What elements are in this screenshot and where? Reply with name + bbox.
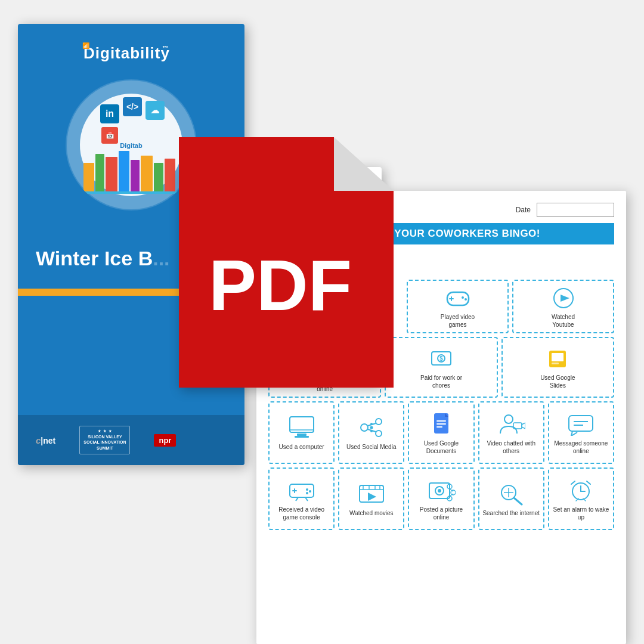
svg-point-47 [370, 423, 373, 425]
booklet-logo: Digitability 📶 ™ [36, 42, 227, 67]
svg-text:Digitab: Digitab [120, 142, 143, 149]
svg-line-90 [587, 481, 590, 484]
svg-rect-7 [106, 157, 117, 193]
bingo-cell-computer[interactable]: Used a computer [268, 401, 335, 464]
movies-icon [357, 482, 386, 506]
bingo-cell-photo[interactable]: Posted a picture online [408, 467, 474, 530]
bingo-cell-alarm[interactable]: Set an alarm to wake up [548, 467, 614, 530]
svg-point-41 [361, 424, 368, 431]
bingo-cell-watched-youtube[interactable]: WatchedYoutube [512, 280, 614, 333]
slides-icon [543, 347, 572, 371]
svg-point-53 [504, 415, 513, 423]
svg-line-83 [514, 498, 522, 504]
social-media-icon [357, 416, 386, 439]
bingo-cell-video-chat[interactable]: Video chatted with others [478, 401, 544, 464]
cell-label-photo: Posted a picture online [411, 506, 470, 521]
svg-point-76 [438, 489, 441, 493]
svg-rect-8 [119, 151, 129, 193]
svg-text:in: in [106, 109, 114, 119]
svg-rect-6 [95, 154, 104, 193]
console-icon [287, 478, 316, 502]
svg-point-27 [465, 298, 467, 301]
svg-point-43 [376, 431, 382, 436]
npr-logo: npr [154, 434, 176, 447]
cell-label-computer: Used a computer [279, 443, 324, 451]
svg-rect-9 [131, 160, 140, 193]
svg-rect-35 [552, 353, 564, 361]
svg-text:$: $ [439, 355, 443, 362]
bingo-cell-message[interactable]: Messaged someone online [548, 401, 614, 464]
svg-point-48 [370, 430, 373, 432]
svg-text:📅: 📅 [106, 131, 114, 140]
cell-label-message: Messaged someone online [552, 439, 611, 455]
svg-marker-73 [368, 493, 376, 501]
cell-label-google-slides: Used GoogleSlides [540, 374, 575, 389]
svg-line-89 [571, 481, 575, 484]
svg-rect-51 [436, 423, 446, 425]
cell-label-paid-work: Paid for work orchores [420, 374, 462, 389]
cell-label-google-docs: Used Google Documents [411, 439, 470, 455]
svg-rect-36 [552, 363, 559, 364]
photo-icon [427, 478, 456, 502]
cell-label-played-video-games: Played videogames [441, 313, 475, 329]
cell-label-alarm: Set an alarm to wake up [552, 506, 611, 521]
svg-marker-95 [334, 137, 394, 191]
partial-row-1: Played videogames WatchedYoutube [407, 280, 614, 333]
bingo-cell-paid-work[interactable]: $ Paid for work orchores [385, 337, 497, 398]
pdf-document-icon: PDF [167, 137, 394, 388]
computer-icon [287, 416, 316, 439]
date-label: Date [516, 206, 531, 214]
svg-rect-10 [141, 156, 153, 193]
bingo-cell-search[interactable]: Searched the internet [478, 467, 544, 530]
svg-marker-29 [561, 295, 569, 302]
booklet-footer: c|net ★ ★ ★ SILICON VALLEY SOCIAL INNOVA… [18, 415, 244, 465]
message-icon [566, 412, 595, 436]
svg-rect-52 [436, 426, 442, 428]
svg-text:Digitability: Digitability [83, 44, 170, 62]
svg-text:</>: </> [126, 102, 138, 112]
date-input-box[interactable] [537, 203, 614, 217]
cell-label-search: Searched the internet [482, 509, 540, 517]
svg-rect-39 [295, 436, 309, 438]
svg-rect-50 [436, 420, 446, 422]
sv-summit-logo: ★ ★ ★ SILICON VALLEY SOCIAL INNOVATION S… [79, 426, 130, 454]
bingo-cell-console[interactable]: Received a video game console [268, 467, 335, 530]
video-chat-icon [497, 412, 525, 436]
bingo-cell-movies[interactable]: Watched movies [338, 467, 404, 530]
svg-rect-11 [154, 163, 163, 193]
svg-point-42 [376, 419, 382, 425]
svg-rect-5 [83, 163, 94, 193]
svg-text:☁: ☁ [150, 105, 160, 115]
youtube-icon [549, 286, 578, 310]
svg-point-62 [306, 488, 308, 491]
cell-label-watched-youtube: WatchedYoutube [552, 313, 575, 329]
bingo-grid: Used a computer Used Social Media [268, 401, 614, 530]
svg-text:™: ™ [162, 45, 169, 51]
svg-point-63 [309, 490, 311, 493]
svg-point-46 [370, 426, 373, 429]
svg-text:PDF: PDF [209, 245, 352, 325]
game-controller-icon [444, 286, 472, 310]
svg-marker-55 [522, 423, 525, 429]
google-docs-icon [427, 412, 456, 436]
svg-text:📶: 📶 [82, 42, 90, 49]
svg-point-26 [462, 296, 464, 299]
cell-label-movies: Watched movies [349, 509, 394, 517]
cell-label-console: Received a video game console [272, 506, 331, 521]
svg-rect-38 [297, 434, 306, 436]
svg-point-64 [306, 492, 308, 494]
search-internet-icon [497, 482, 525, 506]
bingo-cell-played-video-games[interactable]: Played videogames [407, 280, 509, 333]
svg-rect-56 [569, 416, 593, 431]
bingo-cell-google-slides[interactable]: Used GoogleSlides [501, 337, 614, 398]
bingo-cell-social-media[interactable]: Used Social Media [338, 401, 404, 464]
alarm-icon [566, 478, 595, 502]
bingo-cell-google-docs[interactable]: Used Google Documents [408, 401, 474, 464]
money-icon: $ [427, 347, 456, 371]
cnet-logo: c|net [36, 435, 55, 445]
pdf-icon-overlay[interactable]: PDF [167, 137, 394, 388]
cell-label-video-chat: Video chatted with others [482, 439, 541, 455]
cell-label-social-media: Used Social Media [346, 443, 396, 451]
